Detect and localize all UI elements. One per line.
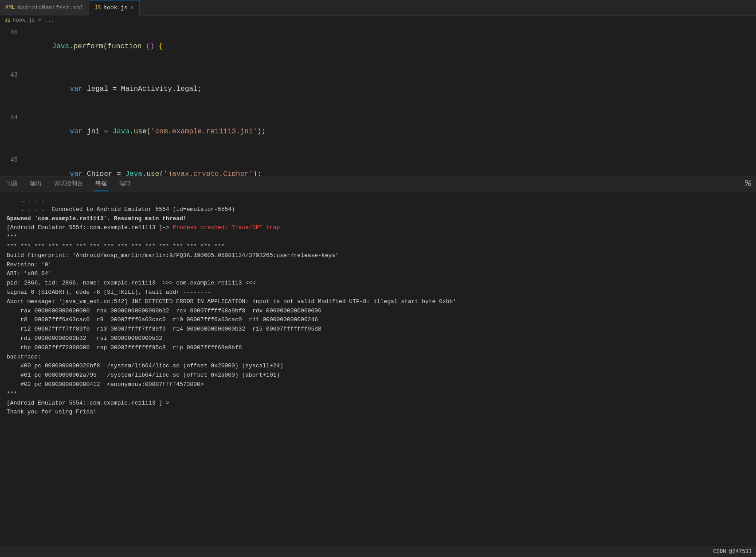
- panel-tab-terminal[interactable]: 终端: [94, 176, 109, 191]
- breadcrumb-text: hook.js > ...: [12, 17, 54, 23]
- svg-rect-1: [748, 183, 751, 186]
- panel-tab-wenti[interactable]: 问题: [4, 176, 20, 191]
- terminal-line-crash: [Android Emulator 5554::com.example.re11…: [7, 223, 749, 233]
- breadcrumb: JS hook.js > ...: [0, 16, 756, 25]
- code-content-43: var legal = MainActivity.legal;: [27, 68, 202, 110]
- terminal-line: backtrace:: [7, 353, 749, 362]
- tab-hookjs-label: hook.js: [103, 4, 128, 11]
- terminal-line: Spawned `com.example.re11113`. Resuming …: [7, 214, 749, 224]
- line-number-43: 43: [0, 68, 27, 82]
- panel-tab-terminal-label: 终端: [95, 179, 107, 187]
- terminal-line: pid: 2866, tid: 2866, name: example.re11…: [7, 279, 749, 288]
- close-icon[interactable]: ×: [130, 4, 134, 12]
- terminal-line: rbp 00007fff72888000 rsp 00007fffffff95c…: [7, 343, 749, 353]
- code-line-43: 43 var legal = MainActivity.legal;: [0, 68, 756, 110]
- code-content-45: var Chiper = Java.use('javax.crypto.Ciph…: [27, 153, 262, 176]
- terminal-line: Revision: '0': [7, 261, 749, 270]
- code-line-45: 45 var Chiper = Java.use('javax.crypto.C…: [0, 153, 756, 176]
- js-icon: JS: [94, 5, 101, 11]
- terminal-line: ***: [7, 233, 749, 242]
- terminal-line: ***: [7, 390, 749, 399]
- status-label: CSDN @247533: [713, 549, 752, 555]
- terminal-line-frida: Thank you for using Frida!: [7, 408, 749, 417]
- terminal-line: rdi 000000000000b32 rsi 000000000000b32: [7, 334, 749, 343]
- line-number-44: 44: [0, 110, 27, 125]
- xml-icon: XML: [5, 4, 15, 11]
- terminal-line: ABI: 'x86_64': [7, 269, 749, 279]
- terminal-line: rax 0000000000000000 rbx 00000000000000b…: [7, 307, 749, 316]
- terminal-output[interactable]: . . . . . . . . Connected to Android Emu…: [0, 191, 756, 546]
- terminal-line: *** *** *** *** *** *** *** *** *** *** …: [7, 242, 749, 251]
- terminal-line: #02 pc 0000000000000412 <anonymous:00007…: [7, 380, 749, 390]
- panel-tab-wenti-label: 问题: [6, 179, 18, 187]
- panel-tabs: 问题 输出 调试控制台 终端 端口: [0, 176, 756, 191]
- line-number-45: 45: [0, 153, 27, 167]
- code-editor: 40 Java.perform(function () { 43 var leg…: [0, 25, 756, 176]
- terminal-line: r8 00007fff6a63cac0 r9 00007fff6a63cac0 …: [7, 316, 749, 325]
- panel-tab-output-label: 输出: [30, 179, 42, 187]
- status-bar: CSDN @247533: [0, 546, 756, 557]
- panel-tab-debug-label: 调试控制台: [54, 179, 83, 187]
- terminal-line: signal 6 (SIGABRT), code -6 (SI_TKILL), …: [7, 288, 749, 297]
- terminal-line: #00 pc 0000000000026bf8 /system/lib64/li…: [7, 362, 749, 371]
- breadcrumb-icon: JS: [4, 18, 10, 23]
- terminal-line: . . . . Connected to Android Emulator 55…: [7, 205, 749, 214]
- code-line-40: 40 Java.perform(function () {: [0, 25, 756, 68]
- code-content-40: Java.perform(function () {: [27, 25, 163, 68]
- terminal-line: Build fingerprint: 'Android/aosp_marlin/…: [7, 251, 749, 261]
- code-content-44: var jni = Java.use('com.example.re11113.…: [27, 110, 266, 153]
- terminal-line: [Android Emulator 5554::com.example.re11…: [7, 399, 749, 408]
- terminal-line: r12 00007ffff7ff89f0 r13 00007ffff7ff89f…: [7, 325, 749, 334]
- maximize-panel-button[interactable]: [744, 179, 752, 188]
- panel-tab-port-label: 端口: [119, 179, 131, 187]
- panel-tab-port[interactable]: 端口: [118, 176, 133, 191]
- tab-androidmanifest[interactable]: XML AndroidManifest.xml: [0, 0, 89, 16]
- terminal-line: . . . .: [7, 196, 749, 205]
- svg-line-2: [745, 180, 751, 186]
- svg-rect-0: [745, 180, 748, 183]
- tab-hookjs[interactable]: JS hook.js ×: [89, 0, 140, 16]
- line-number-40: 40: [0, 25, 27, 39]
- terminal-line: #01 pc 00000000002a795 /system/lib64/lib…: [7, 371, 749, 380]
- code-line-44: 44 var jni = Java.use('com.example.re111…: [0, 110, 756, 153]
- panel-tab-debug[interactable]: 调试控制台: [52, 176, 85, 191]
- tab-bar: XML AndroidManifest.xml JS hook.js ×: [0, 0, 756, 16]
- tab-androidmanifest-label: AndroidManifest.xml: [18, 4, 83, 11]
- terminal-line: Abort message: 'java_vm_ext.cc:542] JNI …: [7, 297, 749, 307]
- panel-tab-output[interactable]: 输出: [28, 176, 43, 191]
